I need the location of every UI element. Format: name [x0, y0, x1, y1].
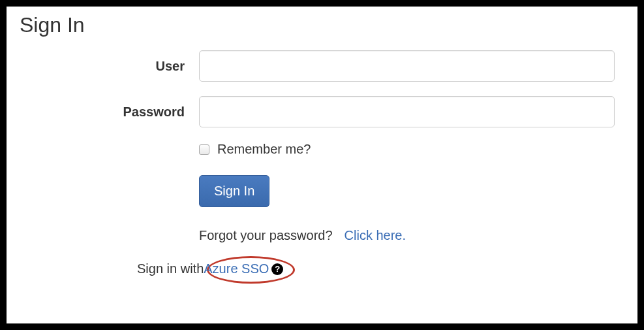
password-row: Password	[20, 96, 624, 127]
user-input[interactable]	[199, 50, 615, 82]
password-label: Password	[20, 105, 199, 120]
user-input-col	[199, 50, 624, 82]
remember-label: Remember me?	[217, 142, 311, 157]
remember-row: Remember me?	[199, 142, 624, 157]
password-input[interactable]	[199, 96, 615, 127]
forgot-row: Forgot your password? Click here.	[199, 228, 624, 243]
page-title: Sign In	[20, 13, 624, 37]
user-label: User	[20, 59, 199, 74]
remember-checkbox[interactable]	[199, 144, 209, 155]
submit-row: Sign In	[199, 175, 624, 207]
forgot-link[interactable]: Click here.	[345, 228, 406, 243]
signin-form: User Password Remember me? Sign In Forgo…	[20, 50, 624, 276]
sso-row: Sign in with Azure SSO ?	[137, 261, 624, 276]
signin-panel: Sign In User Password Remember me? Sign …	[0, 0, 644, 330]
azure-sso-link[interactable]: Azure SSO	[204, 261, 269, 276]
password-input-col	[199, 96, 624, 127]
user-row: User	[20, 50, 624, 82]
sso-prefix: Sign in with	[137, 261, 204, 276]
forgot-prompt: Forgot your password?	[199, 228, 333, 243]
help-icon[interactable]: ?	[271, 263, 283, 275]
signin-button[interactable]: Sign In	[199, 175, 269, 207]
